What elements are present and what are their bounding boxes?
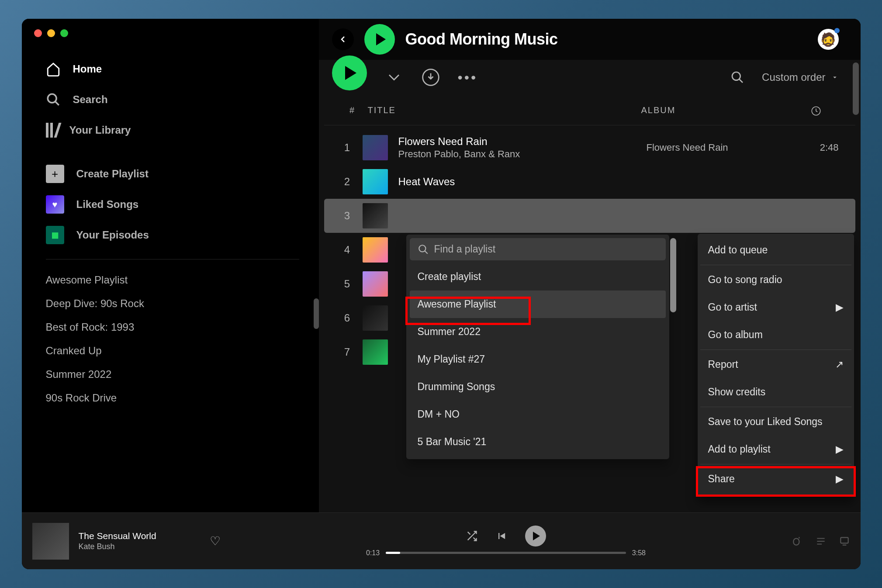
track-number: 6 xyxy=(332,312,363,324)
col-album: ALBUM xyxy=(641,105,799,119)
total-time: 3:58 xyxy=(632,549,646,557)
previous-icon[interactable] xyxy=(495,530,508,542)
your-episodes-label: Your Episodes xyxy=(76,229,149,241)
nav-library[interactable]: Your Library xyxy=(46,115,301,145)
col-title: TITLE xyxy=(368,105,641,119)
track-number: 5 xyxy=(332,278,363,290)
header-play-button[interactable] xyxy=(364,24,395,55)
track-header: # TITLE ALBUM xyxy=(324,99,855,125)
maximize-window-button[interactable] xyxy=(60,29,68,37)
nav-search[interactable]: Search xyxy=(46,84,301,115)
divider xyxy=(700,407,851,407)
header: Good Morning Music 🧔 xyxy=(319,19,861,60)
search-icon[interactable] xyxy=(730,70,744,84)
more-options-button[interactable]: ••• xyxy=(458,69,478,86)
shuffle-icon[interactable] xyxy=(466,530,478,542)
back-button[interactable] xyxy=(332,28,354,50)
chevron-right-icon: ▶ xyxy=(836,301,844,313)
submenu-playlist-item[interactable]: Summer 2022 xyxy=(410,318,666,346)
track-row[interactable]: 3 xyxy=(324,199,855,233)
close-window-button[interactable] xyxy=(34,29,42,37)
ctx-save-liked[interactable]: Save to your Liked Songs xyxy=(700,408,851,436)
playlist-search[interactable] xyxy=(410,238,666,260)
home-icon xyxy=(46,62,61,76)
add-to-playlist-submenu: Create playlist Awesome Playlist Summer … xyxy=(406,235,669,459)
main-scrollbar[interactable] xyxy=(853,62,859,115)
track-number: 1 xyxy=(332,142,363,154)
ctx-go-to-artist[interactable]: Go to artist▶ xyxy=(700,294,851,321)
track-row[interactable]: 1 Flowers Need Rain Preston Pablo, Banx … xyxy=(324,131,855,165)
track-number: 7 xyxy=(332,346,363,358)
chevron-right-icon: ▶ xyxy=(836,473,844,485)
svg-point-4 xyxy=(419,245,425,252)
your-episodes-button[interactable]: ◼ Your Episodes xyxy=(46,220,301,250)
nav-label: Home xyxy=(73,63,102,75)
window-controls xyxy=(34,29,68,37)
sidebar: Home Search Your Library + Create Playli… xyxy=(22,19,319,512)
now-playing-title[interactable]: The Sensual World xyxy=(79,531,201,541)
playlist-item[interactable]: Best of Rock: 1993 xyxy=(46,315,301,339)
track-cover xyxy=(363,203,388,228)
nav-home[interactable]: Home xyxy=(46,54,301,84)
plus-icon: + xyxy=(46,165,64,183)
track-cover xyxy=(363,339,388,365)
play-pause-button[interactable] xyxy=(525,526,546,546)
bookmark-icon: ◼ xyxy=(46,226,64,244)
svg-point-2 xyxy=(732,72,740,80)
submenu-playlist-item[interactable]: Drumming Songs xyxy=(410,373,666,401)
ctx-song-radio[interactable]: Go to song radio xyxy=(700,266,851,294)
minimize-window-button[interactable] xyxy=(47,29,55,37)
caret-down-icon xyxy=(831,73,839,81)
like-button[interactable]: ♡ xyxy=(210,534,221,548)
track-cover xyxy=(363,135,388,160)
main-content: Good Morning Music 🧔 ••• Custom order # xyxy=(319,19,861,512)
playlist-item[interactable]: Deep Dive: 90s Rock xyxy=(46,292,301,315)
user-avatar[interactable]: 🧔 xyxy=(818,29,839,50)
queue-icon[interactable] xyxy=(815,536,827,547)
playlist-item[interactable]: Summer 2022 xyxy=(46,363,301,386)
create-playlist-label: Create Playlist xyxy=(76,168,149,180)
track-number: 2 xyxy=(332,176,363,188)
now-playing-artist[interactable]: Kate Bush xyxy=(79,542,201,551)
elapsed-time: 0:13 xyxy=(366,549,380,557)
progress-track[interactable] xyxy=(386,552,626,554)
playlist-item[interactable]: Awesome Playlist xyxy=(46,268,301,292)
ctx-add-to-playlist[interactable]: Add to playlist▶ xyxy=(700,436,851,463)
download-icon[interactable] xyxy=(421,68,440,87)
liked-songs-button[interactable]: ♥ Liked Songs xyxy=(46,189,301,220)
create-playlist-button[interactable]: + Create Playlist xyxy=(46,159,301,189)
library-icon xyxy=(46,123,57,138)
svg-rect-5 xyxy=(793,538,799,545)
submenu-create-playlist[interactable]: Create playlist xyxy=(410,263,666,291)
search-icon xyxy=(418,244,429,255)
ctx-report[interactable]: Report↗ xyxy=(700,351,851,378)
chevron-down-icon[interactable] xyxy=(384,68,404,87)
play-button[interactable] xyxy=(332,55,367,90)
sort-dropdown[interactable]: Custom order xyxy=(762,71,838,83)
submenu-playlist-item[interactable]: Awesome Playlist xyxy=(410,291,666,318)
track-row[interactable]: 2 Heat Waves xyxy=(324,165,855,199)
ctx-go-to-album[interactable]: Go to album xyxy=(700,321,851,349)
track-cover xyxy=(363,305,388,331)
track-cover xyxy=(363,237,388,263)
search-icon xyxy=(46,92,61,107)
lyrics-icon[interactable] xyxy=(792,536,803,547)
progress-bar[interactable]: 0:13 3:58 xyxy=(366,549,646,557)
playlist-item[interactable]: Cranked Up xyxy=(46,339,301,363)
playlist-item[interactable]: 90s Rock Drive xyxy=(46,386,301,410)
ctx-add-to-queue[interactable]: Add to queue xyxy=(700,236,851,264)
submenu-scrollbar[interactable] xyxy=(670,238,676,312)
submenu-playlist-item[interactable]: DM + NO xyxy=(410,401,666,428)
submenu-playlist-item[interactable]: My Playlist #27 xyxy=(410,346,666,373)
track-title: Heat Waves xyxy=(398,176,647,188)
now-playing-cover[interactable] xyxy=(32,523,69,560)
sidebar-scrollbar[interactable] xyxy=(314,298,319,329)
connect-device-icon[interactable] xyxy=(839,536,850,547)
track-title: Flowers Need Rain xyxy=(398,135,647,148)
ctx-share[interactable]: Share▶ xyxy=(700,465,851,493)
ctx-show-credits[interactable]: Show credits xyxy=(700,378,851,406)
submenu-playlist-item[interactable]: 5 Bar Music '21 xyxy=(410,428,666,456)
track-album: Flowers Need Rain xyxy=(647,142,804,153)
playlist-search-input[interactable] xyxy=(434,243,658,255)
playlist-list: Awesome Playlist Deep Dive: 90s Rock Bes… xyxy=(46,268,301,410)
